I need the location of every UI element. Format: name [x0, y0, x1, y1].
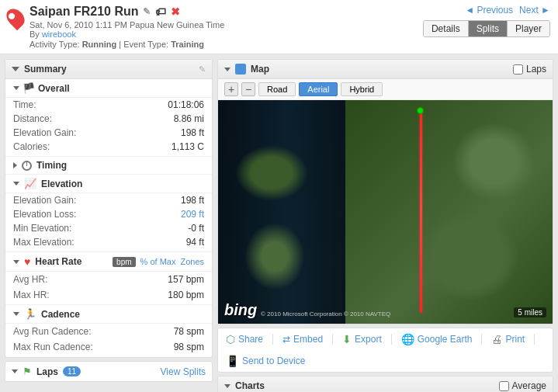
edit-icon[interactable]: ✎ — [143, 6, 151, 17]
map-section: Map Laps + − Road Aerial Hybrid — [217, 59, 553, 324]
expand-triangle-timing — [13, 162, 17, 168]
tab-player[interactable]: Player — [508, 21, 549, 36]
pct-max-link[interactable]: % of Max — [140, 257, 176, 266]
zoom-minus-btn[interactable]: − — [241, 82, 255, 96]
average-label: Average — [512, 380, 546, 391]
map-water-area — [218, 100, 359, 324]
prev-button[interactable]: ◄ Previous — [465, 5, 513, 16]
max-cadence-label: Max Run Cadence: — [13, 342, 93, 352]
map-header-left: Map — [224, 64, 269, 75]
aerial-btn[interactable]: Aerial — [299, 82, 338, 96]
heart-rate-header[interactable]: ♥ Heart Rate bpm % of Max Zones — [5, 252, 212, 272]
time-value: 01:18:06 — [168, 99, 204, 110]
action-separator2 — [332, 334, 333, 345]
hybrid-btn[interactable]: Hybrid — [341, 82, 383, 96]
embed-icon: ⇄ — [282, 334, 290, 345]
next-button[interactable]: Next ► — [519, 5, 550, 16]
action-bar: ⬡ Share ⇄ Embed ⬇ Export 🌐 Google Earth … — [217, 328, 553, 373]
cadence-header[interactable]: 🏃 Cadence — [5, 305, 212, 324]
export-action[interactable]: ⬇ Export — [342, 333, 382, 345]
map-land-patch1 — [244, 223, 305, 290]
calories-label: Calories: — [13, 141, 50, 152]
tab-details[interactable]: Details — [424, 21, 469, 36]
hr-controls: bpm % of Max Zones — [113, 257, 204, 267]
print-icon: 🖨 — [491, 333, 502, 345]
distance-row: Distance: 8.86 mi — [5, 112, 212, 126]
collapse-triangle-map — [224, 68, 230, 71]
min-elev-row: Min Elevation: -0 ft — [5, 221, 212, 235]
activity-type: Running — [82, 40, 117, 49]
charts-section: Charts Average — [217, 376, 553, 392]
avg-hr-label: Avg HR: — [13, 274, 47, 285]
collapse-triangle-cadence — [13, 312, 19, 316]
elev-gain-label: Elevation Gain: — [13, 127, 76, 138]
min-elev-value: -0 ft — [188, 223, 204, 234]
author-link[interactable]: wirebook — [42, 29, 76, 39]
print-label: Print — [505, 334, 525, 345]
map-container: bing 5 miles © 2010 Microsoft Corporatio… — [218, 100, 553, 324]
embed-action[interactable]: ⇄ Embed — [282, 334, 323, 345]
bpm-badge: bpm — [113, 257, 135, 267]
timing-header[interactable]: Timing — [5, 157, 212, 175]
zones-link[interactable]: Zones — [180, 257, 204, 266]
elev-gain-value: 198 ft — [181, 127, 204, 138]
action-separator1 — [272, 334, 273, 345]
cadence-icon: 🏃 — [24, 308, 36, 320]
time-label: Time: — [13, 99, 36, 110]
distance-label: Distance: — [13, 113, 52, 124]
laps-checkbox-container: Laps — [513, 64, 546, 75]
share-icon: ⬡ — [226, 333, 235, 345]
calories-value: 1,113 C — [172, 141, 204, 152]
avg-cadence-value: 78 spm — [174, 326, 204, 337]
send-device-label: Send to Device — [242, 356, 305, 366]
elev-loss-value[interactable]: 209 ft — [181, 209, 204, 220]
summary-header[interactable]: Summary ✎ — [5, 60, 212, 79]
send-to-device-action[interactable]: 📱 Send to Device — [226, 355, 305, 367]
action-separator3 — [391, 334, 392, 345]
laps-checkbox-label: Laps — [526, 64, 546, 75]
google-earth-action[interactable]: 🌐 Google Earth — [401, 333, 473, 345]
overall-header[interactable]: 🏴 Overall — [5, 79, 212, 98]
map-land-detail1 — [452, 123, 536, 201]
max-elev-label: Max Elevation: — [13, 237, 75, 248]
charts-title: Charts — [235, 380, 265, 391]
map-header: Map Laps — [218, 60, 553, 79]
collapse-triangle-charts — [224, 384, 230, 388]
flag-icon: 🏷 — [155, 5, 166, 18]
heart-icon: ♥ — [24, 255, 30, 268]
timing-subsection: Timing — [5, 157, 212, 175]
elevation-header[interactable]: 📈 Elevation — [5, 175, 212, 193]
embed-label: Embed — [293, 334, 323, 345]
collapse-triangle-hr — [13, 260, 19, 264]
bing-logo: bing — [224, 301, 257, 319]
laps-icon: ⚑ — [23, 366, 32, 377]
clock-icon — [22, 161, 32, 171]
summary-header-left: Summary — [12, 64, 67, 75]
elevation-icon: 📈 — [24, 178, 36, 189]
elev-gain-d-value: 198 ft — [181, 195, 204, 206]
road-btn[interactable]: Road — [258, 82, 296, 96]
flag-overall-icon: 🏴 — [23, 82, 35, 94]
elevation-label: Elevation — [41, 179, 82, 189]
view-splits-link[interactable]: View Splits — [161, 366, 206, 377]
heart-rate-label: Heart Rate — [35, 256, 81, 267]
max-cadence-row: Max Run Cadence: 98 spm — [5, 339, 212, 357]
charts-header-left: Charts — [224, 380, 265, 391]
tab-splits[interactable]: Splits — [469, 21, 508, 36]
zoom-plus-btn[interactable]: + — [224, 82, 238, 96]
heart-rate-subsection: ♥ Heart Rate bpm % of Max Zones Avg HR: … — [5, 252, 212, 305]
share-action[interactable]: ⬡ Share — [226, 333, 263, 345]
header-info: Saipan FR210 Run ✎ 🏷 ✖ Sat, Nov 6, 2010 … — [29, 5, 224, 49]
nav-buttons: ◄ Previous Next ► — [465, 5, 550, 16]
average-checkbox[interactable] — [499, 381, 509, 391]
map-scale: 5 miles — [514, 307, 546, 317]
max-hr-value: 180 bpm — [168, 290, 204, 300]
tab-buttons: Details Splits Player — [423, 20, 550, 37]
edit-summary-icon[interactable]: ✎ — [199, 64, 206, 75]
laps-checkbox[interactable] — [513, 64, 523, 75]
header-right: ◄ Previous Next ► Details Splits Player — [423, 5, 550, 37]
print-action[interactable]: 🖨 Print — [491, 333, 525, 345]
elevation-gain-row: Elevation Gain: 198 ft — [5, 126, 212, 140]
delete-icon[interactable]: ✖ — [171, 5, 180, 18]
google-earth-label: Google Earth — [418, 334, 473, 345]
